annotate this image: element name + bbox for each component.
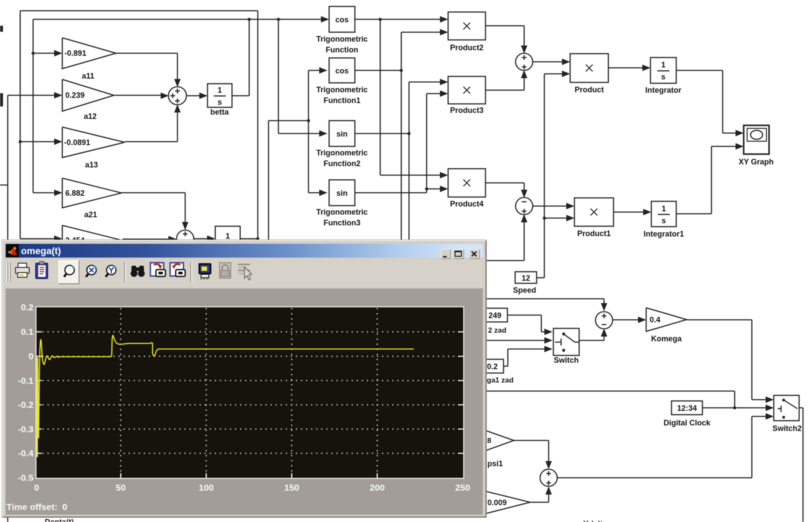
svg-text:-0.0891: -0.0891 [64, 138, 90, 147]
svg-text:sin: sin [336, 130, 348, 138]
svg-text:XY Graph: XY Graph [739, 158, 774, 166]
svg-text:Kdelta: Kdelta [583, 519, 607, 522]
svg-text:ga1 zad: ga1 zad [487, 376, 513, 384]
svg-text:Product4: Product4 [450, 200, 483, 208]
svg-text:2 zad: 2 zad [488, 326, 507, 334]
svg-text:s: s [661, 73, 665, 81]
svg-text:Product1: Product1 [577, 229, 611, 238]
svg-text:Function1: Function1 [324, 96, 360, 105]
svg-text:Trigonometric: Trigonometric [316, 85, 368, 94]
svg-text:Function2: Function2 [324, 159, 360, 168]
svg-text:-0.3: -0.3 [18, 424, 34, 434]
svg-text:100: 100 [198, 483, 214, 492]
svg-text:12: 12 [522, 274, 530, 282]
svg-text:-0.1: -0.1 [18, 376, 34, 385]
svg-text:cos: cos [335, 67, 348, 75]
svg-text:Function3: Function3 [324, 219, 360, 227]
svg-text:a21: a21 [84, 210, 97, 219]
svg-text:Switch2: Switch2 [772, 424, 802, 433]
svg-text:a13: a13 [85, 161, 98, 169]
svg-text:250: 250 [455, 483, 470, 492]
svg-text:s: s [217, 98, 222, 106]
svg-text:1: 1 [661, 61, 665, 69]
svg-text:cos: cos [335, 15, 348, 24]
svg-text:-0.5: -0.5 [18, 473, 34, 483]
svg-text:s: s [662, 216, 666, 225]
svg-text:betta: betta [210, 108, 229, 116]
svg-text:200: 200 [369, 483, 385, 492]
svg-text:150: 150 [284, 483, 299, 492]
svg-text:0.1: 0.1 [21, 327, 34, 337]
svg-text:0: 0 [34, 483, 39, 492]
svg-text:Product3: Product3 [450, 106, 483, 115]
svg-text:Integrator1: Integrator1 [644, 230, 684, 238]
svg-text:0: 0 [28, 351, 34, 361]
svg-text:Speed: Speed [513, 286, 536, 294]
svg-text:a12: a12 [84, 112, 97, 121]
svg-text:Switch: Switch [554, 356, 579, 364]
svg-text:Trigonometric: Trigonometric [316, 208, 368, 216]
svg-text:0.4: 0.4 [650, 316, 660, 324]
svg-text:a11: a11 [82, 72, 94, 80]
svg-text:6.882: 6.882 [65, 189, 85, 197]
svg-text:Denta(t): Denta(t) [45, 518, 74, 522]
svg-text:sin: sin [336, 189, 348, 197]
svg-text:1: 1 [226, 232, 230, 240]
svg-text:Product: Product [574, 85, 604, 94]
svg-text:-0.891: -0.891 [64, 49, 86, 58]
svg-text:0.2: 0.2 [21, 302, 34, 312]
svg-text:1: 1 [217, 86, 222, 94]
svg-text:-0.4: -0.4 [18, 448, 34, 458]
svg-text:-0.2: -0.2 [18, 400, 34, 410]
svg-text:0.2: 0.2 [487, 362, 498, 371]
svg-text:0: 0 [62, 502, 67, 512]
svg-text:1: 1 [662, 204, 666, 213]
svg-text:Function: Function [326, 46, 358, 54]
svg-text:8: 8 [487, 437, 491, 445]
svg-text:0.009: 0.009 [487, 498, 507, 507]
svg-text:Time offset:: Time offset: [6, 502, 58, 512]
svg-text:Trigonometric: Trigonometric [316, 35, 368, 43]
svg-text:Integrator: Integrator [645, 86, 681, 94]
svg-text:12:34: 12:34 [677, 404, 697, 413]
svg-text:Trigonometric: Trigonometric [316, 149, 368, 157]
svg-text:Digital Clock: Digital Clock [663, 419, 711, 427]
svg-text:50: 50 [116, 483, 125, 492]
svg-text:Komega: Komega [651, 334, 682, 343]
svg-text:249: 249 [488, 311, 501, 320]
svg-text:Product2: Product2 [450, 43, 483, 52]
svg-text:0.239: 0.239 [65, 91, 85, 100]
